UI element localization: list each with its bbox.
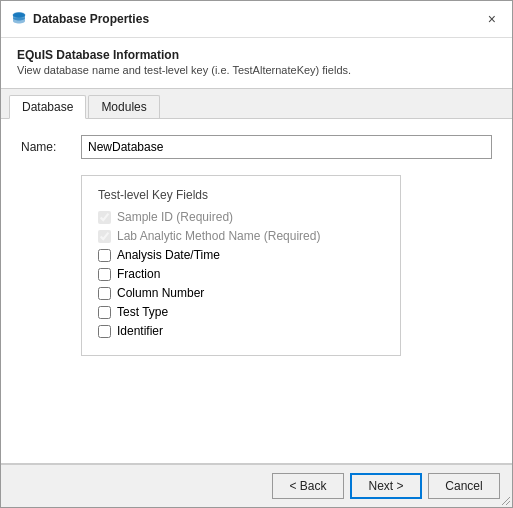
checkbox-label-sample-id: Sample ID (Required) — [117, 210, 233, 224]
svg-line-1 — [502, 497, 510, 505]
checkbox-fraction[interactable] — [98, 268, 111, 281]
back-button[interactable]: < Back — [272, 473, 344, 499]
next-button[interactable]: Next > — [350, 473, 422, 499]
checkbox-label-column-number: Column Number — [117, 286, 204, 300]
checkbox-row-analysis-datetime: Analysis Date/Time — [98, 248, 384, 262]
checkbox-row-identifier: Identifier — [98, 324, 384, 338]
name-row: Name: — [21, 135, 492, 159]
checkbox-label-identifier: Identifier — [117, 324, 163, 338]
dialog-title: Database Properties — [33, 12, 476, 26]
name-input[interactable] — [81, 135, 492, 159]
database-properties-dialog: Database Properties × EQuIS Database Inf… — [0, 0, 513, 508]
key-fields-title: Test-level Key Fields — [98, 188, 384, 202]
checkbox-row-sample-id: Sample ID (Required) — [98, 210, 384, 224]
checkbox-column-number[interactable] — [98, 287, 111, 300]
resize-handle-icon[interactable] — [498, 493, 510, 505]
checkbox-identifier[interactable] — [98, 325, 111, 338]
checkbox-label-test-type: Test Type — [117, 305, 168, 319]
checkbox-analysis-datetime[interactable] — [98, 249, 111, 262]
database-icon — [11, 11, 27, 27]
checkbox-sample-id[interactable] — [98, 211, 111, 224]
checkbox-row-lab-analytic: Lab Analytic Method Name (Required) — [98, 229, 384, 243]
tab-modules[interactable]: Modules — [88, 95, 159, 118]
checkbox-row-fraction: Fraction — [98, 267, 384, 281]
checkbox-row-column-number: Column Number — [98, 286, 384, 300]
title-bar: Database Properties × — [1, 1, 512, 38]
header-section: EQuIS Database Information View database… — [1, 38, 512, 89]
checkbox-lab-analytic[interactable] — [98, 230, 111, 243]
checkbox-test-type[interactable] — [98, 306, 111, 319]
tabs-bar: Database Modules — [1, 89, 512, 119]
header-title: EQuIS Database Information — [17, 48, 496, 62]
checkbox-label-analysis-datetime: Analysis Date/Time — [117, 248, 220, 262]
close-button[interactable]: × — [482, 9, 502, 29]
key-fields-box: Test-level Key Fields Sample ID (Require… — [81, 175, 401, 356]
footer: < Back Next > Cancel — [1, 464, 512, 507]
checkbox-label-fraction: Fraction — [117, 267, 160, 281]
name-label: Name: — [21, 140, 81, 154]
header-subtitle: View database name and test-level key (i… — [17, 64, 496, 76]
content-area: Name: Test-level Key Fields Sample ID (R… — [1, 119, 512, 464]
cancel-button[interactable]: Cancel — [428, 473, 500, 499]
svg-line-2 — [506, 501, 510, 505]
tab-database[interactable]: Database — [9, 95, 86, 119]
checkbox-label-lab-analytic: Lab Analytic Method Name (Required) — [117, 229, 320, 243]
checkbox-row-test-type: Test Type — [98, 305, 384, 319]
